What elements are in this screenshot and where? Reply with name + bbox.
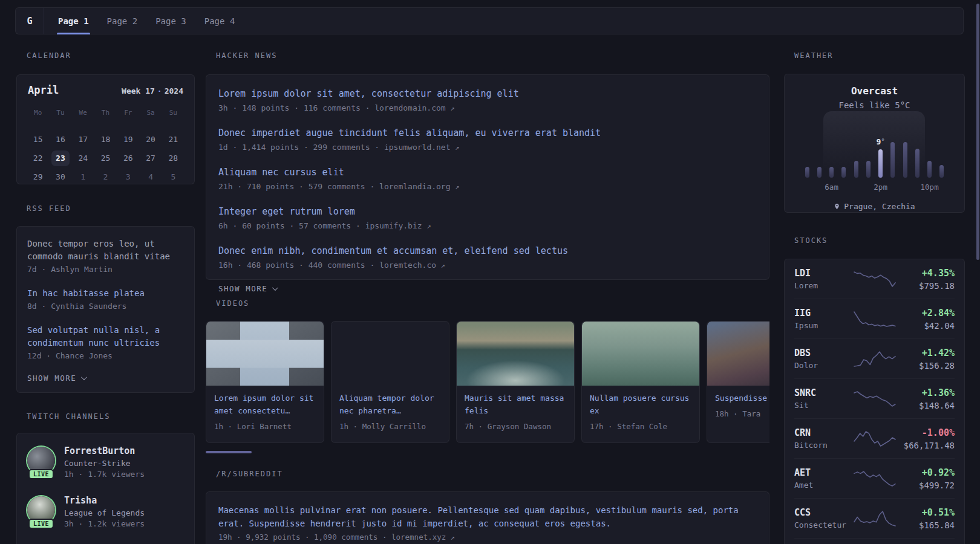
- channel-name[interactable]: ForrestBurton: [64, 445, 145, 456]
- external-link-icon: ↗: [451, 533, 455, 542]
- weather-bar: [903, 142, 907, 178]
- hn-item-domain[interactable]: ipsumify.biz ↗: [365, 221, 431, 230]
- stock-row: DBSDolor +1.42%$156.28: [794, 339, 955, 379]
- weather-bar: [854, 161, 858, 178]
- rss-item-meta: 12d · Chance Jones: [27, 351, 184, 360]
- twitch-channels-widget: LIVE ForrestBurton Counter-Strike 1h · 1…: [16, 433, 195, 544]
- hn-item-title[interactable]: Donec imperdiet augue tincidunt felis al…: [218, 127, 757, 140]
- stock-price: $148.64: [897, 401, 955, 410]
- weather-bar-chart: [801, 120, 948, 178]
- video-card[interactable]: Aliquam tempor dolor nec pharetra… 1h · …: [331, 321, 449, 443]
- hn-item-domain[interactable]: loremlandia.org ↗: [379, 182, 459, 191]
- tab-page-3[interactable]: Page 3: [146, 8, 195, 34]
- time-label: 6am: [825, 183, 838, 192]
- video-thumbnail[interactable]: [206, 322, 324, 386]
- video-card[interactable]: Mauris sit amet massa felis 7h · Grayson…: [456, 321, 575, 443]
- rss-show-more-button[interactable]: SHOW MORE: [27, 374, 184, 383]
- weather-condition: Overcast: [798, 85, 951, 97]
- hn-item-meta: 1d · 1,414 points · 299 comments · ipsum…: [218, 143, 757, 152]
- twitch-channel[interactable]: LIVE ForrestBurton Counter-Strike 1h · 1…: [27, 445, 184, 479]
- calendar-widget: April Week 17·2024 MoTuWeThFrSaSu 151617…: [16, 74, 195, 184]
- calendar-date-cell: 21: [162, 130, 185, 149]
- external-link-icon: ↗: [455, 143, 459, 152]
- weather-widget: Overcast Feels like 5°C 9° 6am 2pm 10pm …: [784, 74, 965, 213]
- hn-show-more-button[interactable]: SHOW MORE: [218, 284, 757, 293]
- carousel-scrollbar[interactable]: [206, 451, 252, 453]
- weather-bar-slot: [936, 165, 948, 178]
- tab-page-1[interactable]: Page 1: [49, 8, 98, 34]
- day-header: Th: [94, 106, 117, 120]
- video-title[interactable]: Aliquam tempor dolor nec pharetra…: [339, 392, 441, 418]
- weather-bar-slot: [924, 161, 936, 178]
- chevron-down-icon: [81, 374, 87, 380]
- stock-change: +1.36%: [897, 387, 955, 398]
- rss-item-title[interactable]: In hac habitasse platea: [27, 287, 184, 300]
- video-title[interactable]: Lorem ipsum dolor sit amet consectetu…: [214, 392, 316, 418]
- stock-price: $42.04: [897, 321, 955, 331]
- glance-logo[interactable]: G: [16, 8, 44, 34]
- calendar-date-cell: 24: [72, 149, 94, 167]
- tab-page-4[interactable]: Page 4: [195, 8, 244, 34]
- video-thumbnail[interactable]: [707, 322, 769, 386]
- hn-item-title[interactable]: Lorem ipsum dolor sit amet, consectetur …: [218, 88, 757, 100]
- video-card[interactable]: Nullam posuere cursus ex 17h · Stefan Co…: [581, 321, 700, 443]
- page-scrollbar: [976, 0, 979, 544]
- section-title-hackernews: HACKER NEWS: [206, 51, 769, 60]
- stock-row: AETAmet +0.92%$499.72: [794, 459, 955, 499]
- video-title[interactable]: Nullam posuere cursus ex: [590, 392, 691, 418]
- external-link-icon: ↗: [451, 104, 455, 112]
- weather-bar: [890, 142, 895, 178]
- rss-item-title[interactable]: Sed volutpat nulla nisl, a condimentum n…: [27, 324, 184, 349]
- video-thumbnail[interactable]: [457, 322, 574, 386]
- day-header: Su: [162, 106, 185, 120]
- day-header: Tu: [49, 106, 71, 120]
- stock-name: Amet: [794, 481, 853, 490]
- stock-symbol: AET: [794, 467, 853, 478]
- video-card[interactable]: Lorem ipsum dolor sit amet consectetu… 1…: [206, 321, 324, 443]
- video-thumbnail[interactable]: [582, 322, 699, 386]
- hn-item-title[interactable]: Aliquam nec cursus elit: [218, 166, 757, 179]
- hn-item-title[interactable]: Integer eget rutrum lorem: [218, 206, 757, 218]
- channel-game: League of Legends: [64, 508, 145, 517]
- hn-item-domain[interactable]: ipsumworld.net ↗: [384, 143, 460, 152]
- hn-item: Aliquam nec cursus elit 21h · 710 points…: [218, 166, 757, 191]
- reddit-post-title[interactable]: Maecenas mollis pulvinar erat non posuer…: [218, 504, 757, 530]
- weather-bar-slot: [850, 161, 862, 178]
- video-meta: 1h · Molly Carrillo: [339, 422, 441, 431]
- calendar-date-cell: 15: [27, 130, 49, 149]
- hn-item-title[interactable]: Donec enim nibh, condimentum et accumsan…: [218, 245, 757, 257]
- reddit-post-domain[interactable]: loremnet.xyz ↗: [391, 533, 455, 542]
- calendar-date-cell: 17: [72, 130, 94, 149]
- weather-bar-slot: [813, 167, 825, 178]
- weather-bar-slot: [801, 167, 813, 178]
- video-meta: 1h · Lori Barnett: [214, 422, 316, 431]
- calendar-date-cell: 4: [139, 167, 162, 186]
- rss-item-title[interactable]: Donec tempor eros leo, ut commodo mauris…: [27, 238, 184, 263]
- page-scrollbar-thumb[interactable]: [976, 4, 979, 260]
- dot-separator: ·: [157, 86, 162, 96]
- calendar-month-label: April: [28, 84, 59, 96]
- hn-item-domain[interactable]: loremdomain.com ↗: [374, 103, 454, 112]
- video-title[interactable]: Mauris sit amet massa felis: [465, 392, 566, 418]
- video-title[interactable]: Suspendisse diam: [715, 392, 769, 405]
- calendar-date-cell: 26: [117, 149, 139, 167]
- section-title-subreddit: /R/SUBREDDIT: [206, 470, 769, 478]
- weather-bar: [878, 149, 883, 178]
- section-title-twitch: TWITCH CHANNELS: [16, 412, 195, 421]
- stock-change: +0.92%: [897, 467, 955, 478]
- video-card[interactable]: Suspendisse diam 18h · Tara: [707, 321, 769, 443]
- channel-name[interactable]: Trisha: [64, 495, 145, 506]
- video-thumbnail[interactable]: [332, 322, 449, 386]
- twitch-channel[interactable]: LIVE Trisha League of Legends 3h · 1.2k …: [27, 495, 184, 528]
- stock-change: +4.35%: [897, 268, 955, 279]
- stock-change: +0.51%: [897, 507, 955, 518]
- weather-bar: [927, 161, 932, 178]
- weather-bar-slot: [911, 149, 923, 178]
- calendar-date-cell: 25: [94, 149, 117, 167]
- day-header: Sa: [139, 106, 162, 120]
- tab-page-2[interactable]: Page 2: [98, 8, 147, 34]
- rss-item: Sed volutpat nulla nisl, a condimentum n…: [27, 324, 184, 360]
- rss-item-meta: 7d · Ashlyn Martin: [27, 265, 184, 274]
- hn-item-domain[interactable]: loremtech.co ↗: [379, 261, 445, 270]
- stock-symbol: CRN: [794, 427, 853, 438]
